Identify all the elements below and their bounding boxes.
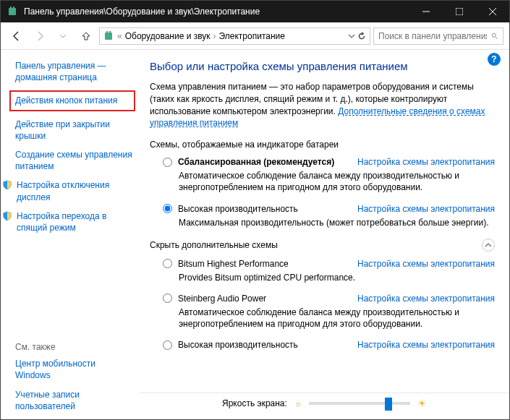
svg-rect-1 [10, 7, 12, 9]
power-plan: Высокая производительностьНастройка схем… [163, 340, 495, 350]
power-plan: Steinberg Audio PowerНастройка схемы эле… [163, 293, 495, 330]
sidebar-item-label: Настройка отключения дисплея [17, 179, 132, 202]
sidebar-item-display-off[interactable]: Настройка отключения дисплея [2, 179, 132, 202]
window-title: Панель управления\Оборудование и звук\Эл… [24, 7, 409, 17]
plan-radio[interactable] [163, 204, 172, 213]
plan-description: Автоматическое соблюдение баланса между … [179, 170, 495, 193]
sidebar-item-create-plan[interactable]: Создание схемы управления питанием [15, 149, 132, 172]
power-plan: Высокая производительностьНастройка схем… [163, 204, 495, 228]
brightness-slider[interactable] [309, 402, 410, 405]
refresh-icon[interactable] [357, 31, 367, 41]
search-box[interactable] [373, 27, 503, 45]
chevron-down-icon[interactable] [348, 33, 355, 40]
sidebar-item-power-buttons[interactable]: Действия кнопок питания [9, 90, 135, 111]
plan-description: Provides Bitsum optimized CPU performanc… [179, 272, 495, 283]
plan-description: Максимальная производительность (может п… [179, 217, 495, 228]
breadcrumb-parent[interactable]: Оборудование и звук [125, 31, 211, 41]
sidebar-item-lid-action[interactable]: Действие при закрытии крышки [15, 119, 132, 142]
plan-name: Сбалансированная (рекомендуется) [178, 157, 334, 167]
page-title: Выбор или настройка схемы управления пит… [150, 60, 495, 72]
plan-radio[interactable] [163, 158, 172, 167]
collapse-icon[interactable] [482, 239, 495, 252]
titlebar: Панель управления\Оборудование и звук\Эл… [1, 1, 509, 22]
brightness-high-icon: ☀ [417, 398, 427, 409]
page-description: Схема управления питанием — это набор па… [150, 81, 495, 129]
svg-rect-7 [105, 33, 112, 40]
minimize-button[interactable] [409, 1, 443, 22]
forward-button[interactable] [30, 26, 50, 46]
plan-configure-link[interactable]: Настройка схемы электропитания [357, 157, 495, 167]
svg-rect-0 [9, 8, 16, 15]
power-options-icon [7, 6, 18, 17]
plan-radio[interactable] [163, 259, 172, 268]
sidebar-item-sleep[interactable]: Настройка перехода в спящий режим [2, 210, 132, 233]
sidebar-see-also-mobility[interactable]: Центр мобильности Windows [15, 358, 132, 381]
plan-radio[interactable] [163, 340, 172, 350]
power-plan: Сбалансированная (рекомендуется)Настройк… [163, 157, 495, 193]
history-dropdown[interactable] [53, 26, 73, 46]
shield-icon [2, 211, 12, 221]
maximize-button[interactable] [443, 1, 476, 22]
power-options-icon [103, 30, 114, 42]
breadcrumb-current[interactable]: Электропитание [219, 31, 285, 41]
search-icon [491, 31, 498, 41]
see-also-header: См. также [15, 342, 132, 352]
svg-point-10 [492, 33, 496, 37]
search-input[interactable] [378, 31, 487, 41]
plan-configure-link[interactable]: Настройка схемы электропитания [357, 340, 495, 350]
sidebar-see-also-accounts[interactable]: Учетные записи пользователей [15, 389, 132, 412]
svg-rect-8 [106, 31, 108, 33]
sidebar: Панель управления — домашняя страница Де… [1, 50, 140, 419]
chevron-right-icon: › [213, 31, 216, 41]
plan-name: Bitsum Highest Performance [178, 259, 289, 269]
breadcrumb[interactable]: « Оборудование и звук › Электропитание [99, 27, 370, 45]
brightness-low-icon: ☼ [294, 399, 302, 408]
plan-name: Высокая производительность [178, 340, 298, 350]
plan-description: Автоматическое соблюдение баланса между … [179, 307, 495, 330]
brightness-label: Яркость экрана: [222, 398, 287, 408]
plan-configure-link[interactable]: Настройка схемы электропитания [357, 259, 495, 269]
section-battery-plans: Схемы, отображаемые на индикаторе батаре… [150, 140, 495, 150]
svg-rect-9 [109, 31, 111, 33]
svg-rect-2 [13, 7, 14, 9]
shield-icon [2, 180, 12, 190]
plan-configure-link[interactable]: Настройка схемы электропитания [357, 204, 495, 214]
breadcrumb-prefix-icon: « [117, 31, 122, 41]
plan-name: Steinberg Audio Power [178, 293, 266, 304]
sidebar-home-link[interactable]: Панель управления — домашняя страница [15, 60, 132, 83]
back-button[interactable] [7, 26, 27, 46]
plan-configure-link[interactable]: Настройка схемы электропитания [357, 293, 495, 304]
addressbar: « Оборудование и звук › Электропитание [1, 22, 509, 50]
section-hidden-plans[interactable]: Скрыть дополнительные схемы [150, 239, 495, 252]
power-plan: Bitsum Highest PerformanceНастройка схем… [163, 259, 495, 283]
plan-name: Высокая производительность [178, 204, 298, 214]
close-button[interactable] [476, 1, 509, 22]
plan-radio[interactable] [163, 293, 172, 303]
main-content: ? Выбор или настройка схемы управления п… [140, 50, 509, 419]
svg-line-11 [496, 36, 498, 38]
sidebar-item-label: Настройка перехода в спящий режим [17, 210, 132, 233]
help-icon[interactable]: ? [488, 53, 501, 66]
svg-rect-4 [456, 8, 463, 15]
slider-thumb[interactable] [385, 398, 392, 411]
up-button[interactable] [76, 26, 96, 46]
brightness-row: Яркость экрана: ☼ ☀ [140, 393, 509, 413]
